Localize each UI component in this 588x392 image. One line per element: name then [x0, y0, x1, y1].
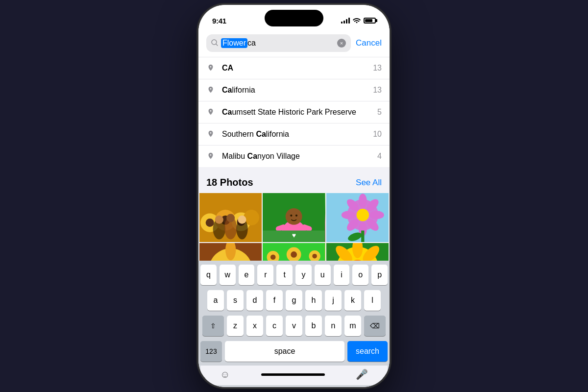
signal-icon: [341, 18, 350, 24]
key-f[interactable]: f: [266, 290, 283, 311]
svg-point-15: [238, 216, 246, 224]
suggestion-item-caumsett[interactable]: Caumsett State Historic Park Preserve 5: [198, 101, 390, 123]
suggestion-text-malibu: Malibu Canyon Village: [222, 152, 370, 161]
cancel-button[interactable]: Cancel: [356, 38, 382, 48]
home-indicator-area: ☺ 🎤: [200, 366, 388, 385]
suggestion-count-ca: 13: [373, 64, 382, 73]
status-bar: 9:41: [198, 5, 390, 29]
key-p[interactable]: p: [371, 265, 388, 285]
svg-point-47: [270, 254, 276, 260]
search-typed-text: ca: [247, 39, 256, 48]
space-key[interactable]: space: [225, 341, 344, 362]
suggestion-text-caumsett: Caumsett State Historic Park Preserve: [222, 108, 370, 117]
suggestion-item-southern-california[interactable]: Southern California 10: [198, 123, 390, 146]
keyboard-row-3: ⇧ z x c v b n m ⌫: [200, 316, 388, 336]
key-b[interactable]: b: [305, 316, 322, 336]
suggestion-text-ca: CA: [222, 64, 366, 73]
keyboard-bottom-row: 123 space search: [200, 341, 388, 362]
key-r[interactable]: r: [257, 265, 273, 285]
suggestion-text-southern-ca: Southern California: [222, 130, 366, 139]
key-d[interactable]: d: [246, 290, 263, 311]
suggestion-count-malibu: 4: [377, 152, 382, 161]
status-time: 9:41: [212, 17, 226, 25]
search-container: Flower ca × Cancel: [198, 29, 390, 57]
emoji-icon[interactable]: ☺: [220, 369, 230, 380]
svg-point-30: [369, 211, 384, 219]
heart-badge: ♥: [292, 231, 296, 239]
key-z[interactable]: z: [227, 316, 244, 336]
suggestion-item-california[interactable]: California 13: [198, 79, 390, 101]
suggestions-list: CA 13 California 13 Caumsett State Histo: [198, 57, 390, 167]
keyboard-row-1: q w e r t y u i o p: [200, 265, 388, 285]
photo-1-content: [199, 193, 262, 242]
key-h[interactable]: h: [305, 290, 322, 311]
suggestion-text-california: California: [222, 86, 366, 95]
suggestion-item-ca[interactable]: CA 13: [198, 57, 390, 79]
search-bar[interactable]: Flower ca ×: [206, 34, 351, 52]
microphone-icon[interactable]: 🎤: [356, 368, 368, 380]
suggestion-count-california: 13: [373, 86, 382, 95]
suggestion-count-southern-ca: 10: [373, 130, 382, 139]
key-m[interactable]: m: [344, 316, 361, 336]
search-icon: [211, 39, 218, 48]
key-v[interactable]: v: [286, 316, 302, 336]
key-l[interactable]: l: [364, 290, 381, 311]
svg-point-14: [226, 214, 235, 222]
photo-3-content: [326, 193, 389, 242]
key-y[interactable]: y: [295, 265, 312, 285]
svg-point-49: [291, 251, 297, 258]
key-x[interactable]: x: [246, 316, 263, 336]
svg-point-7: [206, 219, 214, 227]
key-j[interactable]: j: [325, 290, 342, 311]
suggestion-item-malibu[interactable]: Malibu Canyon Village 4: [198, 146, 390, 167]
location-icon: [206, 108, 215, 117]
photo-cell-1[interactable]: [199, 193, 262, 242]
phone-frame: 9:41: [198, 5, 390, 387]
backspace-key[interactable]: ⌫: [364, 316, 386, 336]
key-i[interactable]: i: [334, 265, 350, 285]
phone-screen: 9:41: [198, 5, 390, 387]
svg-point-29: [341, 211, 356, 219]
keyboard-row-2: a s d f g h j k l: [200, 290, 388, 311]
key-n[interactable]: n: [325, 316, 342, 336]
key-a[interactable]: a: [207, 290, 224, 311]
suggestion-count-caumsett: 5: [377, 108, 382, 117]
svg-rect-35: [361, 231, 364, 242]
svg-point-13: [215, 216, 223, 224]
photos-title: 18 Photos: [206, 177, 253, 188]
battery-icon: [364, 18, 376, 24]
key-c[interactable]: c: [266, 316, 283, 336]
key-w[interactable]: w: [220, 265, 236, 285]
keyboard: q w e r t y u i o p a s d f g h j k: [198, 261, 390, 387]
numbers-key[interactable]: 123: [200, 341, 222, 362]
svg-point-18: [286, 208, 302, 225]
key-e[interactable]: e: [239, 265, 255, 285]
key-q[interactable]: q: [200, 265, 217, 285]
key-k[interactable]: k: [344, 290, 361, 311]
photo-cell-3[interactable]: [326, 193, 389, 242]
key-o[interactable]: o: [352, 265, 368, 285]
svg-point-22: [295, 215, 297, 217]
location-icon: [206, 152, 215, 161]
search-clear-button[interactable]: ×: [337, 39, 346, 48]
search-text[interactable]: Flower ca: [221, 38, 334, 48]
search-key[interactable]: search: [347, 341, 388, 362]
shift-key[interactable]: ⇧: [202, 316, 224, 336]
key-u[interactable]: u: [315, 265, 331, 285]
status-icons: [341, 17, 376, 24]
location-icon: [206, 130, 215, 139]
svg-line-1: [216, 44, 218, 46]
key-t[interactable]: t: [276, 265, 293, 285]
location-icon: [206, 64, 215, 73]
location-icon: [206, 86, 215, 95]
wifi-icon: [353, 17, 361, 24]
photo-cell-2[interactable]: ♥: [263, 193, 325, 242]
svg-point-51: [313, 254, 318, 259]
svg-point-27: [358, 194, 367, 208]
see-all-button[interactable]: See All: [356, 178, 382, 188]
home-indicator: [261, 373, 325, 376]
svg-point-21: [291, 215, 293, 217]
key-s[interactable]: s: [227, 290, 244, 311]
search-highlighted-text: Flower: [221, 38, 247, 48]
key-g[interactable]: g: [286, 290, 302, 311]
